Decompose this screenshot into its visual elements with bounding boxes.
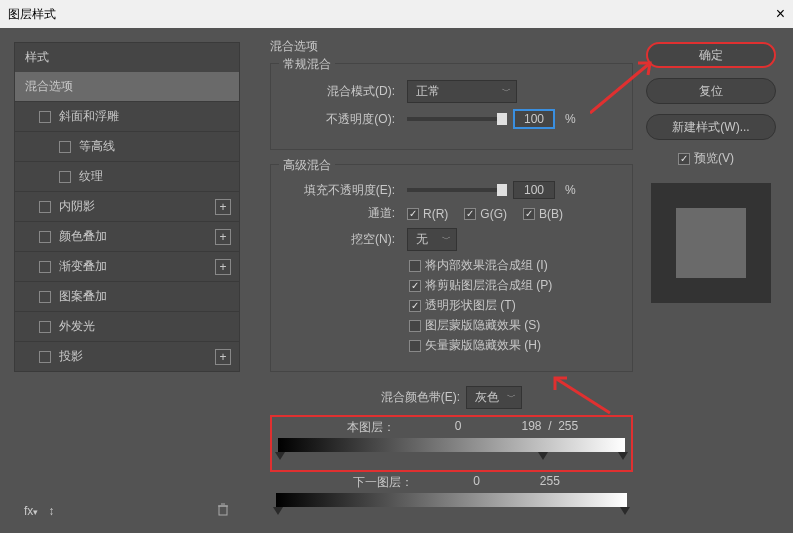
preview-checkbox[interactable]: 预览(V) xyxy=(678,150,734,167)
checkbox-icon[interactable] xyxy=(39,291,51,303)
sidebar: 样式 混合选项 斜面和浮雕 等高线 纹理 内阴影 + xyxy=(0,28,240,533)
opt-transparency-shapes[interactable]: 透明形状图层 (T) xyxy=(409,297,516,314)
slider-handle-icon[interactable] xyxy=(273,507,283,515)
trash-icon[interactable] xyxy=(216,502,230,519)
sidebar-item-inner-shadow[interactable]: 内阴影 + xyxy=(14,192,240,222)
sidebar-header: 样式 xyxy=(14,42,240,72)
knockout-label: 挖空(N): xyxy=(285,231,395,248)
blend-mode-label: 混合模式(D): xyxy=(285,83,395,100)
sidebar-item-gradient-overlay[interactable]: 渐变叠加 + xyxy=(14,252,240,282)
slider-handle-icon[interactable] xyxy=(620,507,630,515)
opt-clipped-layers[interactable]: 将剪贴图层混合成组 (P) xyxy=(409,277,552,294)
ok-button[interactable]: 确定 xyxy=(646,42,776,68)
sidebar-item-outer-glow[interactable]: 外发光 xyxy=(14,312,240,342)
channel-b-checkbox[interactable]: B(B) xyxy=(523,207,563,221)
slider-handle-icon[interactable] xyxy=(538,452,548,460)
preview-swatch xyxy=(651,183,771,303)
plus-icon[interactable]: + xyxy=(215,199,231,215)
checkbox-icon[interactable] xyxy=(39,201,51,213)
fill-opacity-input[interactable]: 100 xyxy=(513,181,555,199)
sidebar-item-color-overlay[interactable]: 颜色叠加 + xyxy=(14,222,240,252)
main-panel: 混合选项 常规混合 混合模式(D): 正常﹀ 不透明度(O): 100 % 高级 xyxy=(240,28,643,533)
general-blending-group: 常规混合 混合模式(D): 正常﹀ 不透明度(O): 100 % xyxy=(270,63,633,150)
sidebar-item-bevel[interactable]: 斜面和浮雕 xyxy=(14,102,240,132)
fx-menu[interactable]: fx▾ xyxy=(24,504,38,518)
channel-g-checkbox[interactable]: G(G) xyxy=(464,207,507,221)
chevron-down-icon: ﹀ xyxy=(442,233,451,246)
svg-rect-0 xyxy=(219,506,227,515)
underlying-layer-gradient[interactable] xyxy=(276,493,627,507)
fill-opacity-slider[interactable] xyxy=(407,188,507,192)
checkbox-icon[interactable] xyxy=(39,351,51,363)
titlebar: 图层样式 × xyxy=(0,0,793,28)
checkbox-icon[interactable] xyxy=(59,141,71,153)
checkbox-icon[interactable] xyxy=(39,231,51,243)
fill-opacity-label: 填充不透明度(E): xyxy=(285,182,395,199)
opt-interior-effects[interactable]: 将内部效果混合成组 (I) xyxy=(409,257,548,274)
opt-vector-mask-hides[interactable]: 矢量蒙版隐藏效果 (H) xyxy=(409,337,541,354)
plus-icon[interactable]: + xyxy=(215,259,231,275)
opacity-input[interactable]: 100 xyxy=(513,109,555,129)
sidebar-item-texture[interactable]: 纹理 xyxy=(14,162,240,192)
close-icon[interactable]: × xyxy=(776,5,785,23)
blend-if-group: 混合颜色带(E): 灰色﹀ 本图层： 0 198 / 255 xyxy=(270,386,633,525)
chevron-down-icon: ﹀ xyxy=(507,391,516,404)
new-style-button[interactable]: 新建样式(W)... xyxy=(646,114,776,140)
right-column: 确定 复位 新建样式(W)... 预览(V) xyxy=(643,28,793,533)
checkbox-icon[interactable] xyxy=(59,171,71,183)
sidebar-item-blending-options[interactable]: 混合选项 xyxy=(14,72,240,102)
blend-if-select[interactable]: 灰色﹀ xyxy=(466,386,522,409)
plus-icon[interactable]: + xyxy=(215,229,231,245)
chevron-down-icon: ﹀ xyxy=(502,85,511,98)
panel-title: 混合选项 xyxy=(270,38,633,55)
this-layer-gradient[interactable] xyxy=(278,438,625,452)
reset-button[interactable]: 复位 xyxy=(646,78,776,104)
opacity-label: 不透明度(O): xyxy=(285,111,395,128)
channels-label: 通道: xyxy=(285,205,395,222)
opacity-slider[interactable] xyxy=(407,117,507,121)
window-title: 图层样式 xyxy=(8,6,56,23)
arrows-icon[interactable]: ↕ xyxy=(48,504,54,518)
blend-mode-select[interactable]: 正常﹀ xyxy=(407,80,517,103)
advanced-blending-group: 高级混合 填充不透明度(E): 100 % 通道: R(R) G(G) B(B)… xyxy=(270,164,633,372)
annotation-highlight-this-layer: 本图层： 0 198 / 255 xyxy=(270,415,633,472)
sidebar-item-drop-shadow[interactable]: 投影 + xyxy=(14,342,240,372)
knockout-select[interactable]: 无﹀ xyxy=(407,228,457,251)
slider-handle-icon[interactable] xyxy=(275,452,285,460)
channel-r-checkbox[interactable]: R(R) xyxy=(407,207,448,221)
checkbox-icon[interactable] xyxy=(39,111,51,123)
checkbox-icon[interactable] xyxy=(39,321,51,333)
sidebar-item-contour[interactable]: 等高线 xyxy=(14,132,240,162)
opt-layer-mask-hides[interactable]: 图层蒙版隐藏效果 (S) xyxy=(409,317,540,334)
checkbox-icon[interactable] xyxy=(39,261,51,273)
plus-icon[interactable]: + xyxy=(215,349,231,365)
slider-handle-icon[interactable] xyxy=(618,452,628,460)
sidebar-item-pattern-overlay[interactable]: 图案叠加 xyxy=(14,282,240,312)
blend-if-label: 混合颜色带(E): xyxy=(381,389,460,406)
